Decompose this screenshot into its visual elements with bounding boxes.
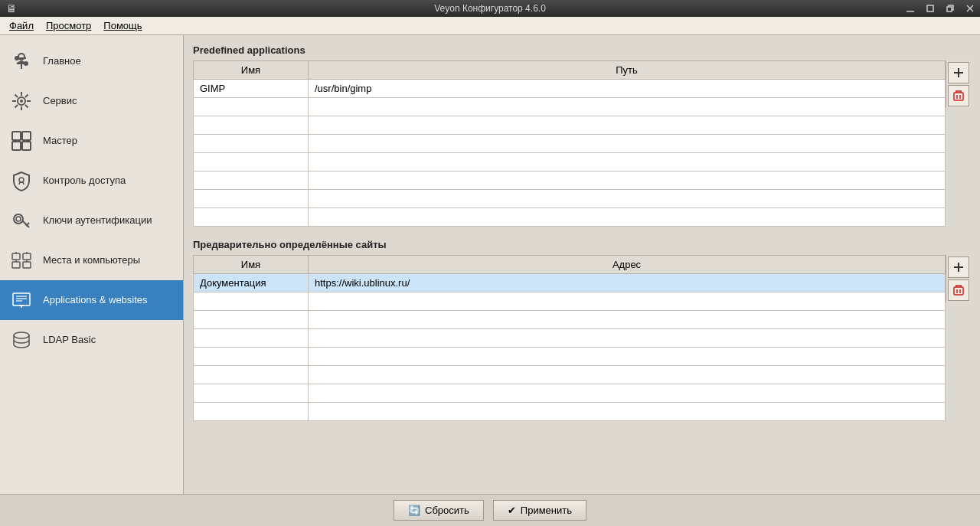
table-row-empty <box>194 366 946 384</box>
menu-view[interactable]: Просмотр <box>40 18 97 33</box>
apply-label: Применить <box>521 505 572 516</box>
table-row-empty <box>194 311 946 329</box>
apps-delete-button[interactable] <box>948 85 969 106</box>
svg-rect-3 <box>947 7 952 11</box>
predefined-sites-section: Предварительно определённые сайты Имя Ад… <box>193 239 971 421</box>
sidebar-item-apps[interactable]: Applications & websites <box>0 280 183 320</box>
table-row-empty <box>194 403 946 421</box>
sidebar: Главное Сервис <box>0 35 184 494</box>
keys-icon <box>9 208 34 233</box>
sidebar-item-general[interactable]: Главное <box>0 41 183 81</box>
reset-icon: 🔄 <box>408 505 420 516</box>
svg-rect-31 <box>13 293 30 305</box>
svg-rect-16 <box>12 132 21 140</box>
titlebar: 🖥 Veyon Конфигуратор 4.6.0 <box>0 0 980 17</box>
menu-file[interactable]: Файл <box>3 18 40 33</box>
svg-rect-24 <box>12 262 20 268</box>
sites-table-buttons <box>946 255 971 302</box>
sidebar-item-access[interactable]: Контроль доступа <box>0 161 183 201</box>
sidebar-item-access-label: Контроль доступа <box>43 175 126 188</box>
site-address-cell: https://wiki.ublinux.ru/ <box>309 274 946 292</box>
apps-icon <box>9 288 34 312</box>
svg-point-22 <box>16 217 21 221</box>
apps-table-buttons <box>946 60 971 108</box>
svg-point-37 <box>14 332 29 338</box>
locations-icon <box>9 248 34 273</box>
predefined-sites-title: Предварительно определённые сайты <box>193 239 971 250</box>
table-row-empty <box>194 292 946 311</box>
svg-rect-1 <box>927 5 933 11</box>
sidebar-item-service[interactable]: Сервис <box>0 81 183 121</box>
svg-rect-0 <box>906 11 914 12</box>
table-row-empty <box>194 384 946 403</box>
svg-point-10 <box>15 56 19 60</box>
svg-rect-26 <box>23 262 31 268</box>
svg-rect-40 <box>954 93 963 100</box>
general-icon <box>9 49 34 74</box>
table-row-empty <box>194 172 946 190</box>
sites-delete-button[interactable] <box>948 279 969 301</box>
apply-icon: ✔ <box>508 505 516 516</box>
predefined-apps-section: Predefined applications Имя Путь GIMP/us… <box>193 44 971 227</box>
predefined-sites-table: Имя Адрес Документацияhttps://wiki.ublin… <box>193 255 946 421</box>
svg-rect-25 <box>23 253 31 260</box>
sidebar-item-ldap[interactable]: LDAP Basic <box>0 320 183 360</box>
menu-help[interactable]: Помощь <box>97 18 148 33</box>
table-row-empty <box>194 190 946 208</box>
sites-add-button[interactable] <box>948 256 969 278</box>
sidebar-item-keys[interactable]: Ключи аутентификации <box>0 201 183 240</box>
menubar: Файл Просмотр Помощь <box>0 17 980 35</box>
table-row-empty <box>194 135 946 153</box>
apps-add-button[interactable] <box>948 62 969 83</box>
svg-point-12 <box>24 61 28 66</box>
table-row-empty <box>194 153 946 172</box>
predefined-apps-table-wrapper: Имя Путь GIMP/usr/bin/gimp <box>193 60 971 227</box>
apps-col-path-header: Путь <box>309 61 946 80</box>
master-icon <box>9 129 34 153</box>
sidebar-item-master-label: Мастер <box>43 135 77 148</box>
content-area: Predefined applications Имя Путь GIMP/us… <box>184 35 980 494</box>
service-icon <box>9 89 34 113</box>
table-row-empty <box>194 329 946 348</box>
svg-rect-18 <box>12 142 21 150</box>
sidebar-item-service-label: Сервис <box>43 95 77 108</box>
sidebar-item-master[interactable]: Мастер <box>0 121 183 161</box>
table-row-empty <box>194 98 946 116</box>
table-row[interactable]: Документацияhttps://wiki.ublinux.ru/ <box>194 274 946 292</box>
sidebar-item-locations[interactable]: Места и компьютеры <box>0 240 183 280</box>
svg-point-21 <box>14 214 23 224</box>
table-row-empty <box>194 348 946 366</box>
window-title: Veyon Конфигуратор 4.6.0 <box>434 3 546 14</box>
reset-button[interactable]: 🔄 Сбросить <box>394 500 484 521</box>
predefined-apps-table: Имя Путь GIMP/usr/bin/gimp <box>193 60 946 227</box>
table-row[interactable]: GIMP/usr/bin/gimp <box>194 80 946 98</box>
sidebar-item-ldap-label: LDAP Basic <box>43 334 96 347</box>
svg-rect-48 <box>954 287 963 295</box>
main-layout: Главное Сервис <box>0 35 980 494</box>
site-name-cell: Документация <box>194 274 309 292</box>
table-row-empty <box>194 116 946 135</box>
app-path-cell: /usr/bin/gimp <box>309 80 946 98</box>
table-row-empty <box>194 208 946 227</box>
sidebar-item-locations-label: Места и компьютеры <box>43 254 140 267</box>
app-icon: 🖥 <box>6 2 17 15</box>
svg-point-15 <box>20 100 23 103</box>
window-controls <box>900 0 980 17</box>
predefined-sites-table-wrapper: Имя Адрес Документацияhttps://wiki.ublin… <box>193 255 971 421</box>
restore-button[interactable] <box>920 0 940 17</box>
svg-rect-23 <box>12 253 20 260</box>
ldap-icon <box>9 328 34 352</box>
minimize-button[interactable] <box>900 0 920 17</box>
sidebar-item-keys-label: Ключи аутентификации <box>43 214 152 227</box>
svg-rect-19 <box>22 142 31 150</box>
apps-col-name-header: Имя <box>194 61 309 80</box>
maximize-button[interactable] <box>940 0 960 17</box>
apply-button[interactable]: ✔ Применить <box>493 500 586 521</box>
sidebar-item-general-label: Главное <box>43 55 81 68</box>
bottombar: 🔄 Сбросить ✔ Применить <box>0 494 980 526</box>
svg-rect-17 <box>22 132 31 140</box>
sites-col-name-header: Имя <box>194 256 309 274</box>
close-button[interactable] <box>960 0 980 17</box>
predefined-apps-title: Predefined applications <box>193 44 971 56</box>
svg-point-20 <box>19 178 24 182</box>
